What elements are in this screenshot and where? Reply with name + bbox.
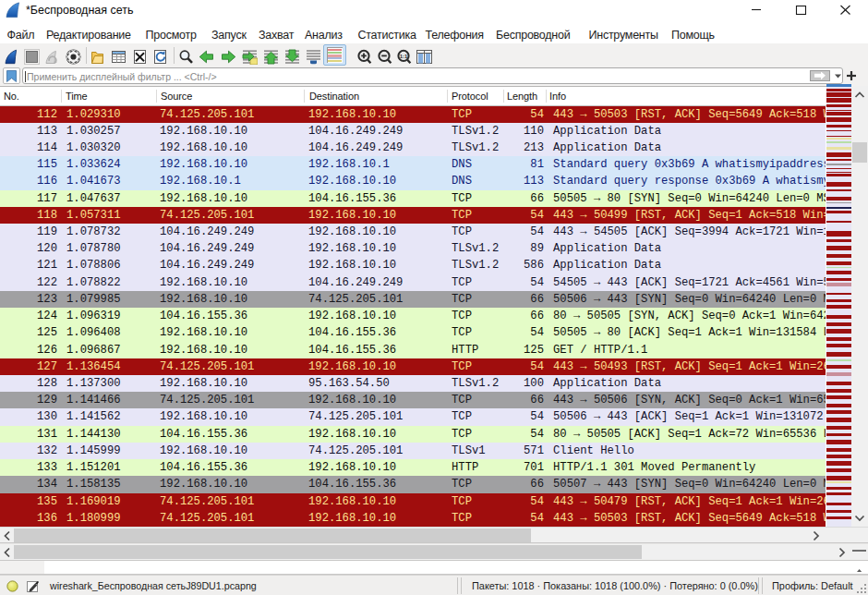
svg-text:1:1: 1:1 [400,54,408,59]
